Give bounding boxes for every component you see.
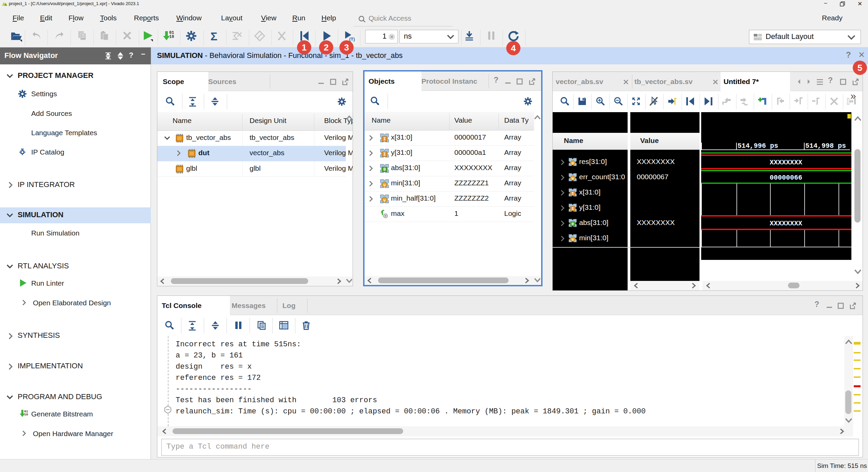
svg-text:10: 10 [169,35,174,39]
svg-text:10: 10 [24,413,28,416]
svg-text:(T): (T) [349,37,355,42]
